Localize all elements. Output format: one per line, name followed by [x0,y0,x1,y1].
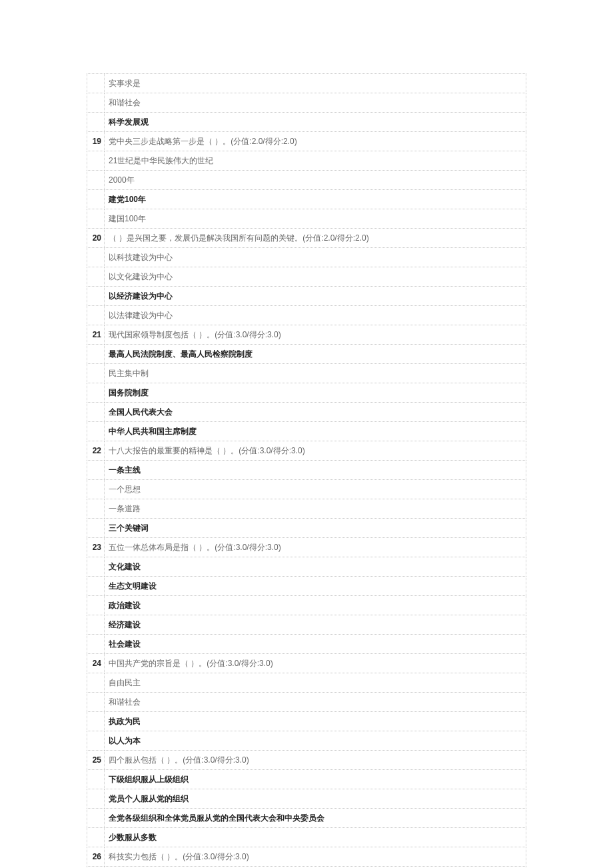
question-number [87,287,105,306]
cell-text: 以文化建设为中心 [109,272,173,281]
table-row: 19党中央三步走战略第一步是（ ）。(分值:2.0/得分:2.0) [87,132,526,151]
question-number: 19 [87,132,105,151]
question-number [87,461,105,480]
question-text: 四个服从包括（ ）。(分值:3.0/得分:3.0) [105,751,526,770]
cell-text: 21世纪是中华民族伟大的世纪 [109,156,213,165]
question-number [87,345,105,364]
table-row: 2000年 [87,171,526,190]
question-number [87,615,105,635]
question-text: 现代国家领导制度包括（ ）。(分值:3.0/得分:3.0) [105,325,526,345]
answer-option: 自由民主 [105,673,526,693]
table-row: 国务院制度 [87,383,526,403]
question-number: 23 [87,538,105,557]
question-number [87,499,105,519]
cell-text: 十八大报告的最重要的精神是（ ）。(分值:3.0/得分:3.0) [109,446,305,455]
table-row: 20（ ）是兴国之要，发展仍是解决我国所有问题的关键。(分值:2.0/得分:2.… [87,229,526,248]
answer-option: 全党各级组织和全体党员服从党的全国代表大会和中央委员会 [105,809,526,828]
answer-option: 经济建设 [105,615,526,635]
question-number [87,480,105,499]
question-number [87,74,105,93]
cell-text: 经济建设 [109,620,141,629]
question-number [87,383,105,403]
cell-text: 中华人民共和国主席制度 [109,427,197,436]
cell-text: 下级组织服从上级组织 [109,775,189,784]
cell-text: 科学发展观 [109,117,149,127]
answer-option: 少数服从多数 [105,828,526,847]
table-row: 三个关键词 [87,519,526,538]
cell-text: 全党各级组织和全体党员服从党的全国代表大会和中央委员会 [109,813,324,823]
question-number [87,171,105,190]
question-number [87,364,105,383]
answer-option: 政治建设 [105,596,526,615]
question-number [87,422,105,441]
cell-text: 自由民主 [109,678,141,687]
answer-option: 生态文明建设 [105,577,526,596]
answer-option: 社会建设 [105,635,526,654]
cell-text: 中国共产党的宗旨是（ ）。(分值:3.0/得分:3.0) [109,659,273,668]
answer-option: 三个关键词 [105,519,526,538]
table-row: 一条主线 [87,461,526,480]
question-text: 中国共产党的宗旨是（ ）。(分值:3.0/得分:3.0) [105,654,526,673]
table-row: 少数服从多数 [87,828,526,847]
answer-option: 建国100年 [105,209,526,229]
answer-option: 最高人民法院制度、最高人民检察院制度 [105,345,526,364]
question-text: 党中央三步走战略第一步是（ ）。(分值:2.0/得分:2.0) [105,132,526,151]
question-number [87,673,105,693]
question-number [87,557,105,577]
question-number [87,151,105,171]
table-row: 经济建设 [87,615,526,635]
cell-text: 以法律建设为中心 [109,311,173,320]
question-text: 十八大报告的最重要的精神是（ ）。(分值:3.0/得分:3.0) [105,441,526,461]
answer-option: 21世纪是中华民族伟大的世纪 [105,151,526,171]
question-number [87,809,105,828]
cell-text: 党员个人服从党的组织 [109,794,189,803]
table-row: 全党各级组织和全体党员服从党的全国代表大会和中央委员会 [87,809,526,828]
answer-option: 文化建设 [105,557,526,577]
table-row: 全国人民代表大会 [87,403,526,422]
table-row: 自由民主 [87,673,526,693]
cell-text: 建党100年 [109,195,146,204]
cell-text: 以经济建设为中心 [109,291,173,301]
cell-text: 实事求是 [109,79,141,88]
cell-text: 政治建设 [109,601,141,610]
question-number [87,306,105,325]
cell-text: 2000年 [109,175,135,185]
cell-text: 民主集中制 [109,369,149,378]
table-row: 25四个服从包括（ ）。(分值:3.0/得分:3.0) [87,751,526,770]
question-text: 科技实力包括（ ）。(分值:3.0/得分:3.0) [105,847,526,867]
cell-text: 国务院制度 [109,388,149,397]
table-row: 以人为本 [87,731,526,751]
question-number [87,789,105,809]
table-row: 建国100年 [87,209,526,229]
table-row: 以文化建设为中心 [87,267,526,287]
question-number [87,577,105,596]
cell-text: 三个关键词 [109,523,149,533]
table-row: 实事求是 [87,74,526,93]
answer-option: 建党100年 [105,190,526,209]
cell-text: 五位一体总体布局是指（ ）。(分值:3.0/得分:3.0) [109,543,281,552]
table-row: 26科技实力包括（ ）。(分值:3.0/得分:3.0) [87,847,526,867]
cell-text: 以人为本 [109,736,141,745]
answer-option: 实事求是 [105,74,526,93]
question-number [87,403,105,422]
cell-text: 一个思想 [109,485,141,494]
table-row: 生态文明建设 [87,577,526,596]
table-row: 22十八大报告的最重要的精神是（ ）。(分值:3.0/得分:3.0) [87,441,526,461]
table-row: 建党100年 [87,190,526,209]
table-row: 24中国共产党的宗旨是（ ）。(分值:3.0/得分:3.0) [87,654,526,673]
answer-option: 全国人民代表大会 [105,403,526,422]
answer-option: 以经济建设为中心 [105,287,526,306]
cell-text: 一条主线 [109,465,141,475]
answer-option: 一条主线 [105,461,526,480]
table-row: 科学发展观 [87,113,526,132]
table-row: 社会建设 [87,635,526,654]
question-number [87,209,105,229]
question-text: （ ）是兴国之要，发展仍是解决我国所有问题的关键。(分值:2.0/得分:2.0) [105,229,526,248]
cell-text: （ ）是兴国之要，发展仍是解决我国所有问题的关键。(分值:2.0/得分:2.0) [109,233,369,243]
answer-option: 党员个人服从党的组织 [105,789,526,809]
cell-text: 和谐社会 [109,697,141,707]
cell-text: 建国100年 [109,214,146,223]
answer-option: 以科技建设为中心 [105,248,526,267]
answer-option: 和谐社会 [105,693,526,712]
table-row: 政治建设 [87,596,526,615]
